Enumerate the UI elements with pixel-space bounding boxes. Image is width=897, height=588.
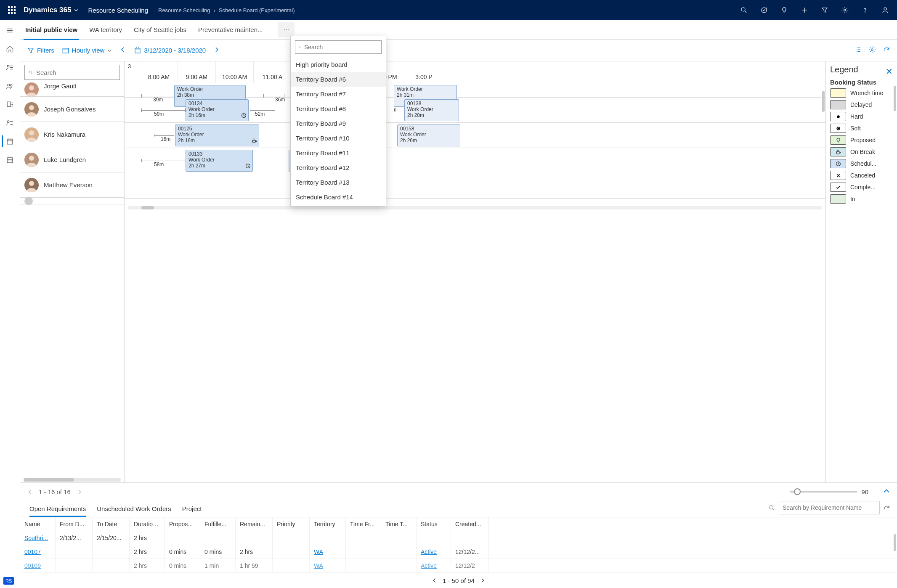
schedule-h-scrollbar[interactable]: [141, 206, 154, 209]
more-tabs-button[interactable]: ···: [278, 22, 295, 37]
horizontal-scrollbar[interactable]: [20, 477, 124, 482]
settings-gear-icon[interactable]: [868, 46, 876, 55]
people-list2-icon[interactable]: [2, 115, 19, 130]
prev-range-button[interactable]: [119, 46, 126, 55]
board-option[interactable]: Schedule Board #14: [291, 190, 386, 204]
refresh-icon[interactable]: [883, 504, 890, 511]
popup-search[interactable]: [295, 40, 382, 54]
filter-icon[interactable]: [816, 0, 833, 20]
record-link[interactable]: 00109: [24, 562, 41, 569]
column-header[interactable]: Time Fr...: [346, 517, 381, 531]
column-header[interactable]: Name: [20, 517, 56, 531]
list-view-icon[interactable]: [854, 46, 862, 55]
grid-scrollbar[interactable]: [894, 534, 896, 551]
board-option[interactable]: Territory Board #13: [291, 175, 386, 190]
column-header[interactable]: Duration ↑: [130, 517, 165, 531]
home-icon[interactable]: [2, 41, 19, 56]
search-input[interactable]: [36, 69, 116, 76]
booking-card[interactable]: 00158Work Order2h 26m: [397, 124, 460, 146]
record-link[interactable]: Southri...: [24, 535, 48, 541]
board-option[interactable]: Territory Board #6: [291, 72, 386, 87]
brand-title[interactable]: Dynamics 365: [24, 6, 79, 14]
board-option[interactable]: Territory Board #8: [291, 101, 386, 116]
next-page-icon[interactable]: [480, 577, 486, 583]
table-row[interactable]: Southri...2/13/2...2/15/20...2 hrs: [20, 531, 897, 545]
tab-unscheduled-work-orders[interactable]: Unscheduled Work Orders: [97, 505, 171, 517]
calendar-month-icon[interactable]: [2, 152, 19, 167]
prev-page-icon[interactable]: [432, 577, 438, 583]
people-icon[interactable]: [2, 78, 19, 93]
help-icon[interactable]: [857, 0, 873, 20]
booking-card[interactable]: 00133Work Order2h 27m: [186, 150, 253, 172]
tab-city-of-seattle[interactable]: City of Seattle jobs: [134, 20, 186, 40]
resource-row[interactable]: Kris Nakamura: [20, 122, 124, 147]
calendar-day-icon[interactable]: [2, 134, 19, 149]
column-header[interactable]: Fulfille...: [200, 517, 236, 531]
resource-row[interactable]: Jorge Gault: [20, 82, 124, 97]
board-option[interactable]: Territory Board #10: [291, 131, 386, 146]
legend-scrollbar[interactable]: [894, 86, 896, 111]
column-header[interactable]: From D...: [56, 517, 93, 531]
menu-icon[interactable]: [2, 23, 19, 38]
lightbulb-icon[interactable]: [776, 0, 793, 20]
board-option[interactable]: Territory Board #11: [291, 146, 386, 160]
people-list-icon[interactable]: [2, 60, 19, 75]
column-header[interactable]: Remain...: [236, 517, 273, 531]
add-icon[interactable]: [796, 0, 813, 20]
vertical-scrollbar[interactable]: [822, 91, 825, 112]
refresh-icon[interactable]: [883, 46, 890, 55]
column-header[interactable]: Propos...: [165, 517, 200, 531]
resource-search[interactable]: [24, 65, 120, 80]
filters-button[interactable]: Filters: [27, 47, 54, 54]
person-icon[interactable]: [877, 0, 894, 20]
record-link[interactable]: WA: [314, 562, 323, 569]
view-mode-button[interactable]: Hourly view: [62, 47, 112, 54]
close-icon[interactable]: ✕: [886, 66, 893, 77]
tab-wa-territory[interactable]: WA territory: [89, 20, 122, 40]
column-header[interactable]: Created...: [451, 517, 489, 531]
record-link[interactable]: WA: [314, 548, 323, 555]
tab-open-requirements[interactable]: Open Requirements: [29, 505, 86, 517]
booking-card[interactable]: 00138Work Order2h 20m: [404, 99, 459, 121]
booking-card[interactable]: 00134Work Order2h 16m: [186, 99, 249, 121]
booking-card[interactable]: m: [391, 106, 396, 113]
date-range-picker[interactable]: 3/12/2020 - 3/18/2020: [134, 47, 206, 54]
board-option[interactable]: Territory Board #12: [291, 160, 386, 175]
area-label[interactable]: Resource Scheduling: [88, 7, 148, 14]
board-option[interactable]: Territory Board #9: [291, 116, 386, 131]
record-link[interactable]: Active: [421, 548, 437, 555]
next-page-icon[interactable]: [77, 489, 82, 495]
column-header[interactable]: Priority: [273, 517, 310, 531]
task-icon[interactable]: [756, 0, 772, 20]
tab-initial-public-view[interactable]: Initial public view: [25, 20, 77, 40]
record-link[interactable]: 00107: [24, 548, 41, 555]
column-header[interactable]: To Date: [93, 517, 130, 531]
resource-row[interactable]: Luke Lundgren: [20, 147, 124, 172]
record-link[interactable]: Active: [421, 562, 437, 569]
board-option[interactable]: Territory Board #7: [291, 87, 386, 101]
tab-preventative[interactable]: Preventative mainten...: [198, 20, 263, 40]
table-row[interactable]: 001072 hrs0 mins0 mins2 hrsWAActive12/12…: [20, 545, 897, 559]
table-row[interactable]: 001092 hrs0 mins1 min1 hr 59WAActive12/1…: [20, 559, 897, 573]
column-header[interactable]: Time T...: [381, 517, 417, 531]
collapse-up-icon[interactable]: [883, 487, 890, 497]
gear-icon[interactable]: [836, 0, 853, 20]
next-range-button[interactable]: [213, 46, 220, 55]
resource-row[interactable]: Joseph Gonsalves: [20, 97, 124, 122]
breadcrumb-item[interactable]: Resource Scheduling: [158, 7, 210, 13]
column-header[interactable]: Territory: [310, 517, 346, 531]
doc-list-icon[interactable]: [2, 97, 19, 112]
requirement-search-input[interactable]: [779, 501, 880, 514]
booking-card[interactable]: 00125Work Order2h 16m: [175, 124, 259, 146]
popup-search-input[interactable]: [304, 44, 378, 50]
tab-project[interactable]: Project: [182, 505, 202, 517]
column-header[interactable]: Status: [417, 517, 451, 531]
breadcrumb-item[interactable]: Schedule Board (Experimental): [219, 7, 295, 13]
search-icon[interactable]: [735, 0, 752, 20]
zoom-slider[interactable]: 90: [790, 488, 868, 495]
resource-row[interactable]: Matthew Everson: [20, 172, 124, 198]
app-launcher-icon[interactable]: [3, 6, 20, 14]
search-icon[interactable]: [768, 504, 775, 511]
prev-page-icon[interactable]: [27, 489, 33, 495]
board-option[interactable]: High priority board: [291, 57, 386, 72]
